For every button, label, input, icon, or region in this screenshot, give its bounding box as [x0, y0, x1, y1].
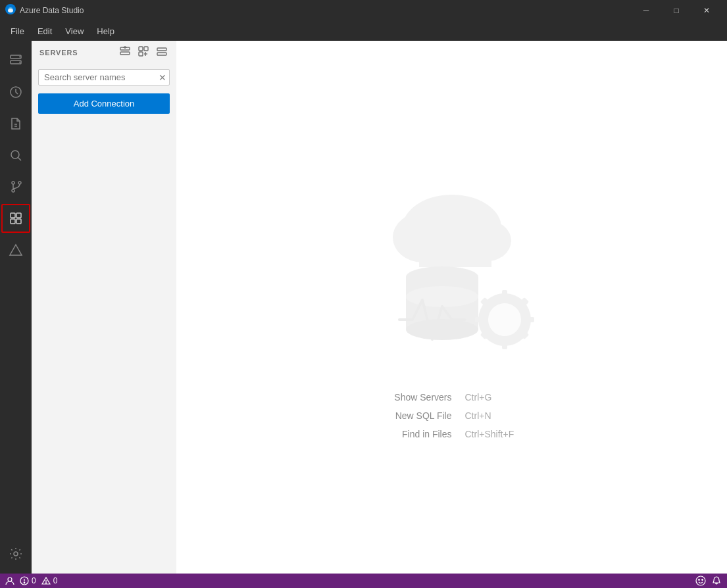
svg-point-4 [19, 57, 20, 58]
activity-search[interactable] [1, 141, 30, 170]
status-smiley[interactable] [695, 576, 706, 586]
main-layout: SERVERS [0, 41, 727, 574]
title-bar: Azure Data Studio ─ □ ✕ [0, 0, 727, 21]
svg-rect-31 [157, 53, 166, 55]
svg-point-56 [45, 583, 46, 583]
menu-help[interactable]: Help [91, 24, 120, 39]
find-files-key: Ctrl+Shift+F [465, 429, 531, 439]
activity-servers[interactable] [1, 46, 30, 75]
activity-bar [0, 41, 32, 574]
svg-point-59 [702, 579, 703, 581]
show-servers-label: Show Servers [373, 392, 452, 403]
svg-point-58 [699, 579, 700, 581]
sidebar-header: SERVERS [32, 41, 176, 64]
svg-rect-22 [120, 52, 130, 55]
svg-point-11 [12, 182, 14, 184]
status-account[interactable] [5, 576, 14, 585]
svg-point-20 [14, 552, 18, 556]
add-connection-button[interactable]: Add Connection [38, 93, 170, 114]
svg-point-12 [12, 189, 14, 192]
svg-point-9 [11, 151, 19, 159]
svg-rect-26 [144, 47, 148, 51]
maximize-button[interactable]: □ [661, 0, 691, 21]
activity-settings[interactable] [1, 539, 30, 568]
warning-count: 0 [53, 576, 58, 585]
activity-new-file[interactable] [1, 109, 30, 138]
new-connection-icon[interactable] [118, 45, 132, 61]
svg-rect-27 [139, 52, 143, 56]
activity-history[interactable] [1, 78, 30, 107]
svg-rect-44 [475, 317, 485, 322]
svg-point-50 [8, 577, 12, 581]
svg-line-10 [18, 158, 22, 161]
search-clear-icon[interactable]: ✕ [159, 73, 166, 82]
svg-point-5 [19, 62, 20, 63]
disconnect-icon[interactable] [155, 45, 168, 61]
svg-point-38 [406, 319, 478, 340]
svg-rect-16 [16, 213, 21, 218]
menu-file[interactable]: File [5, 24, 30, 39]
window-controls: ─ □ ✕ [631, 0, 722, 21]
svg-point-57 [696, 576, 705, 585]
search-box[interactable]: ✕ [38, 69, 170, 86]
new-sql-label: New SQL File [373, 410, 452, 421]
svg-rect-15 [11, 213, 15, 218]
menu-view[interactable]: View [60, 24, 89, 39]
new-sql-key: Ctrl+N [465, 410, 531, 421]
illustration [347, 175, 557, 372]
app-icon [5, 4, 16, 17]
sidebar: SERVERS [32, 41, 176, 574]
shortcut-show-servers: Show Servers Ctrl+G [373, 392, 531, 403]
svg-rect-45 [524, 317, 534, 322]
collapse-icon[interactable] [137, 45, 150, 61]
svg-rect-30 [157, 48, 166, 51]
svg-point-41 [488, 303, 521, 336]
error-count: 0 [32, 576, 36, 585]
svg-marker-19 [10, 245, 22, 255]
svg-rect-42 [502, 290, 507, 300]
status-errors[interactable]: 0 [20, 576, 36, 585]
activity-source-control[interactable] [1, 172, 30, 201]
activity-account[interactable] [1, 235, 30, 264]
app-title: Azure Data Studio [20, 6, 627, 15]
svg-rect-17 [11, 219, 15, 224]
shortcut-new-sql: New SQL File Ctrl+N [373, 410, 531, 421]
status-bell[interactable] [711, 576, 722, 586]
content-area: Show Servers Ctrl+G New SQL File Ctrl+N … [176, 41, 727, 574]
close-button[interactable]: ✕ [691, 0, 722, 21]
svg-point-1 [8, 9, 13, 12]
search-input[interactable] [44, 72, 155, 82]
menu-edit[interactable]: Edit [32, 24, 57, 39]
svg-rect-43 [502, 339, 507, 349]
status-bar: 0 0 [0, 574, 727, 588]
status-warnings[interactable]: 0 [41, 576, 58, 585]
shortcut-find-files: Find in Files Ctrl+Shift+F [373, 429, 531, 439]
activity-extensions[interactable] [1, 204, 30, 233]
sidebar-title: SERVERS [39, 49, 113, 57]
shortcuts: Show Servers Ctrl+G New SQL File Ctrl+N … [373, 392, 531, 439]
minimize-button[interactable]: ─ [631, 0, 661, 21]
svg-rect-25 [139, 47, 143, 51]
svg-point-53 [24, 582, 25, 583]
svg-rect-18 [16, 219, 21, 224]
svg-point-13 [18, 182, 21, 184]
svg-point-39 [406, 286, 478, 307]
svg-rect-35 [419, 241, 491, 267]
show-servers-key: Ctrl+G [465, 392, 531, 403]
menu-bar: File Edit View Help [0, 21, 727, 41]
find-files-label: Find in Files [373, 429, 452, 439]
